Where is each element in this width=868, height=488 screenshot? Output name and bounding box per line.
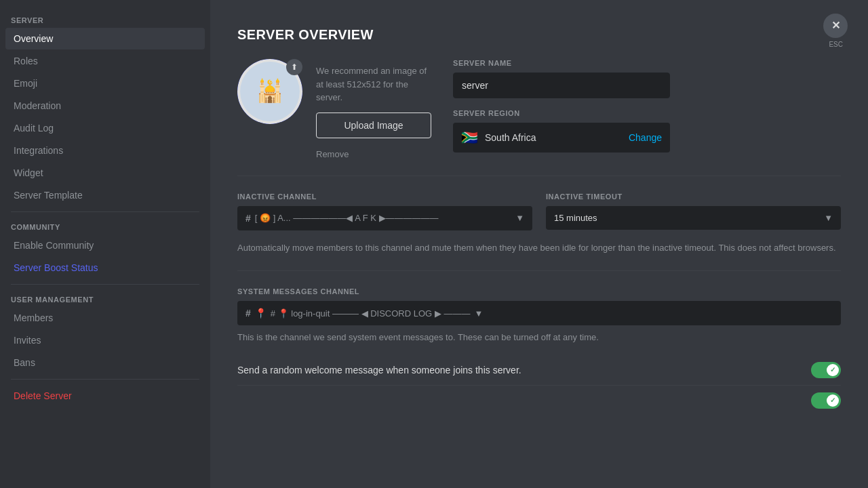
inactive-timeout-field: INACTIVE TIMEOUT 15 minutes ▼ (546, 192, 841, 230)
sidebar-item-label: Roles (14, 56, 38, 66)
sidebar-section-user-management: USER MANAGEMENT (5, 290, 205, 306)
region-change-button[interactable]: Change (629, 132, 662, 143)
server-region-label: SERVER REGION (453, 109, 670, 117)
server-name-label: SERVER NAME (453, 59, 670, 67)
sidebar-divider-user-mgmt (11, 284, 199, 285)
sidebar-item-server-template[interactable]: Server Template (5, 184, 205, 206)
close-icon: ✕ (831, 20, 840, 31)
sidebar-item-widget[interactable]: Widget (5, 162, 205, 184)
dropdown-arrow-icon: ▼ (474, 308, 483, 319)
hash-icon: # (245, 308, 251, 319)
welcome-toggle[interactable]: ✓ (811, 362, 841, 378)
sidebar-item-integrations[interactable]: Integrations (5, 140, 205, 161)
esc-label: ESC (829, 41, 843, 48)
sidebar-item-overview[interactable]: Overview (5, 28, 205, 49)
hash-icon: # (245, 213, 251, 224)
sidebar-item-emoji[interactable]: Emoji (5, 73, 205, 94)
system-channel-select[interactable]: # 📍 # 📍 log-in-quit ——— ◀ DISCORD LOG ▶ … (237, 301, 841, 325)
sidebar-section-server: SERVER (5, 11, 205, 27)
sidebar-item-moderation[interactable]: Moderation (5, 95, 205, 117)
checkmark-icon: ✓ (830, 366, 835, 373)
sidebar-item-bans[interactable]: Bans (5, 352, 205, 373)
remove-image-link[interactable]: Remove (316, 149, 431, 159)
sidebar-item-label: Integrations (14, 145, 63, 156)
inactive-section: INACTIVE CHANNEL # [ 😡 ] A... ——————◀ A … (237, 192, 841, 230)
region-name: South Africa (485, 132, 622, 143)
sidebar-item-label: Enable Community (14, 240, 94, 251)
sidebar-item-members[interactable]: Members (5, 307, 205, 329)
system-channel-value: # 📍 log-in-quit ——— ◀ DISCORD LOG ▶ ——— (271, 308, 471, 319)
sidebar-item-label: Server Template (14, 190, 83, 201)
sidebar-item-label: Moderation (14, 100, 61, 111)
sidebar-item-invites[interactable]: Invites (5, 329, 205, 351)
server-region-field: SERVER REGION 🇿🇦 South Africa Change (453, 109, 670, 152)
sidebar-item-audit-log[interactable]: Audit Log (5, 117, 205, 139)
server-image-area: 🕌 ⬆ (237, 59, 302, 127)
toggle-knob: ✓ (827, 364, 839, 376)
upload-icon: ⬆ (291, 62, 298, 72)
sidebar-item-label: Audit Log (14, 123, 54, 134)
sidebar-item-label: Overview (14, 33, 53, 44)
divider-1 (237, 176, 841, 176)
second-toggle[interactable]: ✓ (811, 392, 841, 409)
sidebar-item-label: Invites (14, 335, 41, 346)
inactive-timeout-select-wrapper: 15 minutes ▼ (546, 206, 841, 230)
sidebar-item-label: Bans (14, 357, 35, 368)
inactive-channel-value: [ 😡 ] A... ——————◀ A F K ▶—————— (255, 213, 511, 223)
divider-2 (237, 270, 841, 271)
inactive-channel-field: INACTIVE CHANNEL # [ 😡 ] A... ——————◀ A … (237, 192, 532, 230)
system-messages-section: SYSTEM MESSAGES CHANNEL # 📍 # 📍 log-in-q… (237, 287, 841, 415)
system-messages-label: SYSTEM MESSAGES CHANNEL (237, 287, 841, 296)
sidebar-item-roles[interactable]: Roles (5, 50, 205, 72)
pin-icon: 📍 (255, 308, 267, 319)
image-hint-text: We recommend an image of at least 512x51… (316, 64, 431, 104)
dropdown-arrow-icon: ▼ (515, 213, 524, 223)
region-flag: 🇿🇦 (461, 129, 478, 146)
checkmark-icon-2: ✓ (830, 396, 835, 404)
avatar-upload-icon[interactable]: ⬆ (286, 59, 302, 75)
svg-text:🕌: 🕌 (256, 78, 283, 104)
sidebar-item-label: Delete Server (14, 390, 72, 401)
inactive-description: Automatically move members to this chann… (237, 241, 841, 255)
overview-top: 🕌 ⬆ We recommend an image of at least 51… (237, 59, 841, 159)
inactive-channel-label: INACTIVE CHANNEL (237, 192, 532, 201)
welcome-toggle-label: Send a random welcome message when someo… (237, 365, 811, 375)
sidebar-item-label: Widget (14, 167, 43, 178)
main-content: ✕ ESC SERVER OVERVIEW 🕌 ⬆ (210, 0, 868, 488)
sidebar-item-enable-community[interactable]: Enable Community (5, 235, 205, 256)
sidebar-item-delete-server[interactable]: Delete Server (5, 385, 205, 407)
image-hint-area: We recommend an image of at least 512x51… (316, 59, 431, 159)
sidebar: SERVER Overview Roles Emoji Moderation A… (0, 0, 210, 488)
sidebar-item-label: Emoji (14, 78, 37, 89)
sidebar-divider-bottom (11, 379, 199, 380)
second-toggle-row: ✓ (237, 385, 841, 415)
toggle-knob-2: ✓ (827, 394, 839, 407)
upload-image-button[interactable]: Upload Image (316, 113, 431, 138)
server-region-display: 🇿🇦 South Africa Change (453, 123, 670, 152)
sidebar-item-label: Members (14, 312, 53, 323)
close-button[interactable]: ✕ (823, 14, 848, 38)
sidebar-divider-community (11, 211, 199, 212)
welcome-toggle-row: Send a random welcome message when someo… (237, 355, 841, 385)
inactive-timeout-value: 15 minutes (554, 213, 820, 223)
sidebar-item-label: Server Boost Status (14, 262, 98, 273)
server-name-field: SERVER NAME (453, 59, 670, 98)
server-avatar-wrapper: 🕌 ⬆ (237, 59, 302, 124)
inactive-channel-select[interactable]: # [ 😡 ] A... ——————◀ A F K ▶—————— ▼ (237, 206, 532, 230)
sidebar-section-community: COMMUNITY (5, 218, 205, 234)
system-description: This is the channel we send system event… (237, 331, 841, 344)
sidebar-item-server-boost-status[interactable]: Server Boost Status (5, 257, 205, 279)
server-name-region: SERVER NAME SERVER REGION 🇿🇦 South Afric… (453, 59, 670, 152)
server-name-input[interactable] (453, 73, 670, 98)
inactive-timeout-select[interactable]: 15 minutes ▼ (546, 206, 841, 230)
dropdown-arrow-icon: ▼ (824, 213, 833, 223)
inactive-timeout-label: INACTIVE TIMEOUT (546, 192, 841, 201)
page-title: SERVER OVERVIEW (237, 27, 841, 43)
